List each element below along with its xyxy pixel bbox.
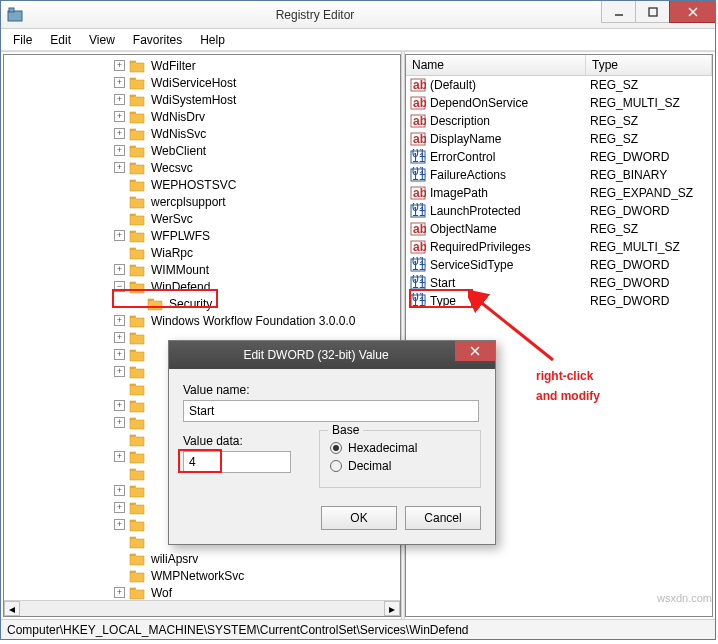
tree-item[interactable]: wiliApsrv xyxy=(114,550,400,567)
value-type: REG_SZ xyxy=(586,77,712,93)
binary-icon: 011110 xyxy=(410,203,426,219)
value-name-input[interactable] xyxy=(183,400,479,422)
expand-icon[interactable]: + xyxy=(114,451,125,462)
svg-text:ab: ab xyxy=(413,240,426,254)
tree-item-label: WdiServiceHost xyxy=(149,76,238,90)
binary-icon: 011110 xyxy=(410,293,426,309)
list-row[interactable]: 011110ErrorControlREG_DWORD xyxy=(406,148,712,166)
value-type: REG_DWORD xyxy=(586,293,712,309)
svg-text:110: 110 xyxy=(412,169,426,183)
tree-item[interactable]: +WebClient xyxy=(114,142,400,159)
tree-item[interactable]: +Wof xyxy=(114,584,400,601)
value-type: REG_DWORD xyxy=(586,149,712,165)
svg-rect-3 xyxy=(649,8,657,16)
expand-icon[interactable]: + xyxy=(114,349,125,360)
folder-icon xyxy=(129,518,145,532)
scroll-left-icon[interactable]: ◂ xyxy=(4,601,20,616)
tree-item[interactable]: −WinDefend xyxy=(114,278,400,295)
expand-icon[interactable]: + xyxy=(114,519,125,530)
expand-icon[interactable]: + xyxy=(114,315,125,326)
expand-icon[interactable]: + xyxy=(114,230,125,241)
list-row[interactable]: 011110StartREG_DWORD xyxy=(406,274,712,292)
list-row[interactable]: abObjectNameREG_SZ xyxy=(406,220,712,238)
list-row[interactable]: abRequiredPrivilegesREG_MULTI_SZ xyxy=(406,238,712,256)
folder-icon xyxy=(129,569,145,583)
expand-icon[interactable]: + xyxy=(114,366,125,377)
folder-icon xyxy=(147,297,163,311)
tree-item[interactable]: +Wecsvc xyxy=(114,159,400,176)
svg-text:ab: ab xyxy=(413,114,426,128)
menu-file[interactable]: File xyxy=(5,31,40,49)
expand-icon[interactable]: + xyxy=(114,60,125,71)
tree-item[interactable]: +WdiSystemHost xyxy=(114,91,400,108)
tree-item[interactable]: WEPHOSTSVC xyxy=(114,176,400,193)
radio-hex[interactable]: Hexadecimal xyxy=(330,441,470,455)
value-data-input[interactable] xyxy=(183,451,291,473)
tree-hscroll[interactable]: ◂ ▸ xyxy=(4,600,400,616)
base-legend: Base xyxy=(328,423,363,437)
expand-icon[interactable]: + xyxy=(114,485,125,496)
expand-icon[interactable]: + xyxy=(114,332,125,343)
scroll-right-icon[interactable]: ▸ xyxy=(384,601,400,616)
menu-view[interactable]: View xyxy=(81,31,123,49)
expand-icon[interactable]: + xyxy=(114,77,125,88)
tree-item-label: WdNisDrv xyxy=(149,110,207,124)
value-name: ServiceSidType xyxy=(430,258,513,272)
expand-icon[interactable]: + xyxy=(114,417,125,428)
list-row[interactable]: 011110ServiceSidTypeREG_DWORD xyxy=(406,256,712,274)
value-type: REG_SZ xyxy=(586,113,712,129)
folder-icon xyxy=(129,246,145,260)
expand-icon[interactable]: + xyxy=(114,587,125,598)
expand-icon[interactable]: + xyxy=(114,111,125,122)
list-row[interactable]: abDependOnServiceREG_MULTI_SZ xyxy=(406,94,712,112)
tree-item[interactable]: +Windows Workflow Foundation 3.0.0.0 xyxy=(114,312,400,329)
cancel-button[interactable]: Cancel xyxy=(405,506,481,530)
radio-dec[interactable]: Decimal xyxy=(330,459,470,473)
tree-item[interactable]: +WIMMount xyxy=(114,261,400,278)
minimize-button[interactable] xyxy=(601,1,635,23)
list-row[interactable]: abImagePathREG_EXPAND_SZ xyxy=(406,184,712,202)
list-row[interactable]: 011110LaunchProtectedREG_DWORD xyxy=(406,202,712,220)
tree-item[interactable]: +WFPLWFS xyxy=(114,227,400,244)
menu-favorites[interactable]: Favorites xyxy=(125,31,190,49)
tree-item[interactable]: +WdNisSvc xyxy=(114,125,400,142)
value-type: REG_BINARY xyxy=(586,167,712,183)
expand-icon[interactable]: + xyxy=(114,502,125,513)
col-header-name[interactable]: Name xyxy=(406,55,586,75)
tree-item[interactable]: Security xyxy=(114,295,400,312)
dialog-close-button[interactable] xyxy=(455,341,495,361)
tree-item[interactable]: wercplsupport xyxy=(114,193,400,210)
list-row[interactable]: 011110FailureActionsREG_BINARY xyxy=(406,166,712,184)
tree-item[interactable]: +WdiServiceHost xyxy=(114,74,400,91)
menu-edit[interactable]: Edit xyxy=(42,31,79,49)
tree-item[interactable]: WMPNetworkSvc xyxy=(114,567,400,584)
expand-icon[interactable]: − xyxy=(114,281,125,292)
list-row[interactable]: abDescriptionREG_SZ xyxy=(406,112,712,130)
svg-text:ab: ab xyxy=(413,78,426,92)
col-header-type[interactable]: Type xyxy=(586,55,712,75)
expand-icon[interactable]: + xyxy=(114,94,125,105)
svg-text:110: 110 xyxy=(412,151,426,165)
expand-icon[interactable]: + xyxy=(114,264,125,275)
tree-item[interactable]: WerSvc xyxy=(114,210,400,227)
value-name: Description xyxy=(430,114,490,128)
tree-item[interactable]: WiaRpc xyxy=(114,244,400,261)
expand-icon[interactable]: + xyxy=(114,162,125,173)
list-row[interactable]: ab(Default)REG_SZ xyxy=(406,76,712,94)
tree-item-label: WIMMount xyxy=(149,263,211,277)
window-title: Registry Editor xyxy=(29,8,601,22)
scroll-track[interactable] xyxy=(20,601,384,616)
expand-icon[interactable]: + xyxy=(114,145,125,156)
titlebar: Registry Editor xyxy=(1,1,715,29)
ok-button[interactable]: OK xyxy=(321,506,397,530)
menu-help[interactable]: Help xyxy=(192,31,233,49)
expand-icon[interactable]: + xyxy=(114,128,125,139)
list-row[interactable]: 011110TypeREG_DWORD xyxy=(406,292,712,310)
expand-icon[interactable]: + xyxy=(114,400,125,411)
list-row[interactable]: abDisplayNameREG_SZ xyxy=(406,130,712,148)
tree-item[interactable]: +WdFilter xyxy=(114,57,400,74)
close-button[interactable] xyxy=(669,1,715,23)
folder-icon xyxy=(129,365,145,379)
maximize-button[interactable] xyxy=(635,1,669,23)
tree-item[interactable]: +WdNisDrv xyxy=(114,108,400,125)
